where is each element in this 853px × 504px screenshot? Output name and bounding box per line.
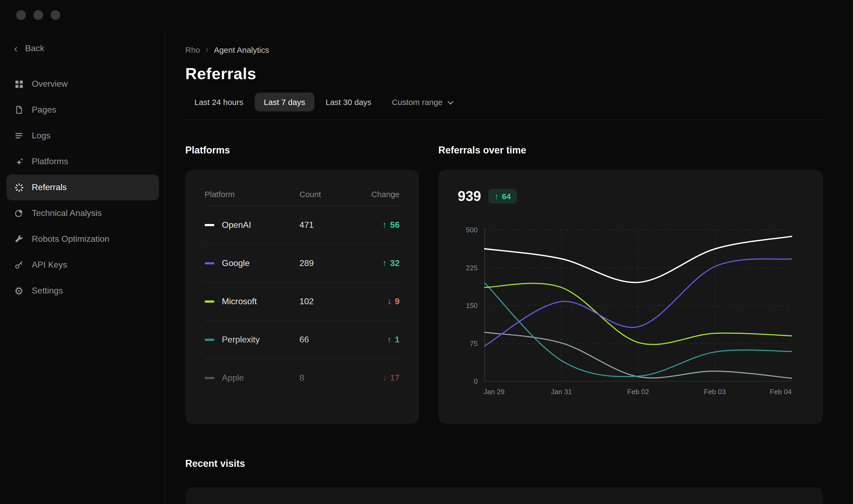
custom-range-label: Custom range bbox=[392, 97, 442, 107]
wrench-icon bbox=[14, 234, 24, 244]
platforms-table: Platform Count Change OpenAI 471 ↑56 Goo… bbox=[185, 169, 419, 424]
svg-text:Jan 31: Jan 31 bbox=[551, 388, 572, 396]
window-minimize-button[interactable] bbox=[33, 10, 43, 20]
section-divider bbox=[185, 120, 823, 120]
platform-color-dash bbox=[205, 262, 214, 264]
platform-color-dash bbox=[205, 224, 214, 226]
breadcrumb-root[interactable]: Rho bbox=[185, 45, 200, 54]
window-maximize-button[interactable] bbox=[51, 10, 60, 20]
breadcrumb-current[interactable]: Agent Analytics bbox=[214, 45, 269, 54]
platform-count: 66 bbox=[300, 335, 351, 345]
arrow-up-icon: ↑ bbox=[382, 258, 387, 268]
column-change: Change bbox=[371, 190, 400, 199]
platforms-section: Platforms Platform Count Change OpenAI 4… bbox=[185, 145, 419, 424]
referrals-total: 939 bbox=[458, 188, 481, 204]
recent-visits-heading: Recent visits bbox=[185, 458, 823, 471]
platform-count: 8 bbox=[300, 373, 351, 383]
arrow-up-icon: ↑ bbox=[495, 192, 499, 201]
platforms-heading: Platforms bbox=[185, 145, 419, 158]
svg-text:225: 225 bbox=[466, 264, 478, 272]
platform-name: Bytedance bbox=[222, 412, 262, 421]
svg-text:Feb 04: Feb 04 bbox=[770, 388, 792, 396]
sidebar-item-overview[interactable]: Overview bbox=[6, 71, 159, 97]
table-row: Bytedance 3 ↑1 bbox=[205, 397, 400, 424]
sidebar-item-label: Technical Analysis bbox=[32, 209, 102, 218]
window-close-button[interactable] bbox=[16, 10, 26, 20]
sidebar-item-label: Pages bbox=[32, 105, 56, 115]
recent-visits-card bbox=[185, 487, 823, 504]
sidebar-item-robots-optimization[interactable]: Robots Optimization bbox=[6, 226, 159, 252]
platform-name: OpenAI bbox=[222, 220, 251, 230]
sidebar-item-api-keys[interactable]: API Keys bbox=[6, 252, 159, 278]
referrals-over-time-heading: Referrals over time bbox=[438, 145, 823, 158]
table-row: OpenAI 471 ↑56 bbox=[205, 206, 400, 245]
table-row: Microsoft 102 ↓9 bbox=[205, 283, 400, 321]
chevron-left-icon: ‹ bbox=[14, 43, 18, 54]
back-label: Back bbox=[25, 43, 44, 53]
sidebar-nav: Overview Pages Logs bbox=[0, 71, 165, 304]
platform-count: 102 bbox=[300, 297, 351, 306]
platform-name: Microsoft bbox=[222, 297, 257, 306]
filter-last-24-hours[interactable]: Last 24 hours bbox=[185, 93, 253, 111]
gear-icon: ⚙ bbox=[14, 286, 24, 295]
platform-change: ↑1 bbox=[387, 412, 400, 421]
sidebar-item-technical-analysis[interactable]: Technical Analysis bbox=[6, 200, 159, 226]
sidebar-item-pages[interactable]: Pages bbox=[6, 97, 159, 123]
column-count: Count bbox=[300, 190, 351, 199]
svg-text:75: 75 bbox=[470, 340, 478, 347]
platform-change: ↓9 bbox=[387, 297, 400, 306]
sidebar: ‹ Back Overview Pages bbox=[0, 30, 166, 504]
svg-text:0: 0 bbox=[474, 377, 478, 385]
platform-color-dash bbox=[205, 377, 214, 379]
filter-custom-range[interactable]: Custom range bbox=[383, 93, 462, 111]
sidebar-item-label: Overview bbox=[32, 79, 68, 89]
referrals-over-time-section: Referrals over time 939 ↑ 64 bbox=[438, 145, 823, 424]
grid-icon bbox=[14, 79, 24, 89]
platform-count: 289 bbox=[300, 258, 351, 268]
platform-change: ↓17 bbox=[382, 373, 400, 383]
logs-icon bbox=[14, 131, 24, 141]
recent-visits-section: Recent visits bbox=[185, 458, 823, 504]
referrals-delta-value: 64 bbox=[502, 192, 511, 201]
chevron-down-icon bbox=[448, 97, 453, 107]
sidebar-item-label: Platforms bbox=[32, 157, 68, 166]
sidebar-item-settings[interactable]: ⚙ Settings bbox=[6, 278, 159, 304]
time-range-filters: Last 24 hours Last 7 days Last 30 days C… bbox=[185, 93, 823, 111]
svg-text:Jan 29: Jan 29 bbox=[484, 388, 505, 396]
platform-color-dash bbox=[205, 415, 214, 418]
filter-last-7-days[interactable]: Last 7 days bbox=[255, 93, 314, 111]
chevron-right-icon: › bbox=[205, 44, 208, 55]
sidebar-item-platforms[interactable]: Platforms bbox=[6, 149, 159, 175]
svg-text:Feb 02: Feb 02 bbox=[628, 388, 649, 396]
arrow-down-icon: ↓ bbox=[387, 297, 392, 306]
referrals-delta-badge: ↑ 64 bbox=[489, 189, 517, 203]
platform-count: 3 bbox=[300, 412, 351, 421]
platforms-table-header: Platform Count Change bbox=[205, 182, 400, 206]
sidebar-item-label: Referrals bbox=[32, 182, 67, 192]
window-titlebar bbox=[0, 0, 853, 30]
svg-text:Feb 03: Feb 03 bbox=[704, 388, 726, 396]
breadcrumb: Rho › Agent Analytics bbox=[185, 44, 823, 55]
svg-text:500: 500 bbox=[466, 226, 478, 234]
platform-color-dash bbox=[205, 301, 214, 303]
sidebar-item-logs[interactable]: Logs bbox=[6, 123, 159, 149]
filter-last-30-days[interactable]: Last 30 days bbox=[316, 93, 380, 111]
sidebar-item-label: API Keys bbox=[32, 260, 67, 270]
referrals-line-chart: 075150225500Jan 29Jan 31Feb 02Feb 03Feb … bbox=[438, 221, 823, 398]
table-row: Apple 8 ↓17 bbox=[205, 359, 400, 397]
sidebar-item-label: Logs bbox=[32, 131, 50, 141]
back-button[interactable]: ‹ Back bbox=[0, 38, 165, 59]
key-icon bbox=[14, 260, 24, 270]
spinner-icon bbox=[14, 182, 24, 192]
platform-name: Perplexity bbox=[222, 335, 260, 345]
arrow-down-icon: ↓ bbox=[382, 373, 387, 383]
platform-color-dash bbox=[205, 339, 214, 341]
sidebar-item-label: Settings bbox=[32, 286, 63, 295]
column-platform: Platform bbox=[205, 190, 300, 199]
svg-text:150: 150 bbox=[466, 302, 478, 310]
table-row: Perplexity 66 ↑1 bbox=[205, 321, 400, 359]
sidebar-item-referrals[interactable]: Referrals bbox=[6, 175, 159, 200]
referrals-chart-card: 939 ↑ 64 075150225500Jan 29Jan 31Feb 02F… bbox=[438, 169, 823, 424]
platform-count: 471 bbox=[300, 220, 351, 230]
platform-name: Apple bbox=[222, 373, 244, 383]
